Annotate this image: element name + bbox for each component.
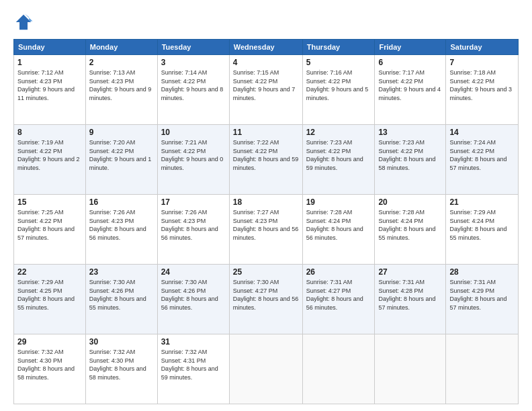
day-info: Sunrise: 7:32 AMSunset: 4:30 PMDaylight:… (17, 349, 75, 381)
calendar-cell (375, 334, 446, 404)
day-number: 8 (17, 128, 82, 137)
day-number: 20 (378, 197, 442, 207)
day-number: 4 (233, 58, 299, 67)
day-number: 9 (89, 128, 154, 137)
day-info: Sunrise: 7:22 AMSunset: 4:22 PMDaylight:… (233, 139, 299, 171)
svg-marker-0 (16, 15, 32, 30)
calendar-cell: 5 Sunrise: 7:16 AMSunset: 4:22 PMDayligh… (302, 55, 375, 125)
calendar-cell: 6 Sunrise: 7:17 AMSunset: 4:22 PMDayligh… (375, 55, 446, 125)
calendar-cell (229, 334, 302, 404)
day-info: Sunrise: 7:29 AMSunset: 4:24 PMDaylight:… (449, 209, 506, 241)
page: SundayMondayTuesdayWednesdayThursdayFrid… (0, 0, 532, 411)
calendar-cell: 27 Sunrise: 7:31 AMSunset: 4:28 PMDaylig… (375, 265, 446, 334)
day-number: 3 (161, 58, 226, 67)
day-info: Sunrise: 7:24 AMSunset: 4:22 PMDaylight:… (449, 139, 506, 171)
header (13, 12, 519, 32)
day-number: 11 (233, 128, 299, 137)
day-number: 24 (161, 267, 226, 277)
day-number: 7 (449, 58, 515, 67)
calendar-header-monday: Monday (85, 40, 157, 55)
calendar-cell: 21 Sunrise: 7:29 AMSunset: 4:24 PMDaylig… (446, 195, 519, 265)
calendar-cell: 17 Sunrise: 7:26 AMSunset: 4:23 PMDaylig… (157, 195, 229, 265)
day-info: Sunrise: 7:30 AMSunset: 4:27 PMDaylight:… (233, 279, 299, 311)
calendar-cell: 29 Sunrise: 7:32 AMSunset: 4:30 PMDaylig… (14, 334, 86, 404)
calendar-cell (446, 334, 519, 404)
calendar-cell (302, 334, 375, 404)
day-info: Sunrise: 7:18 AMSunset: 4:22 PMDaylight:… (449, 69, 512, 101)
day-info: Sunrise: 7:31 AMSunset: 4:28 PMDaylight:… (378, 279, 435, 311)
day-number: 28 (449, 267, 515, 277)
logo-icon (13, 12, 34, 32)
day-number: 27 (378, 267, 442, 277)
day-number: 21 (449, 197, 515, 207)
calendar-cell: 3 Sunrise: 7:14 AMSunset: 4:22 PMDayligh… (157, 55, 229, 125)
calendar-cell: 7 Sunrise: 7:18 AMSunset: 4:22 PMDayligh… (446, 55, 519, 125)
day-info: Sunrise: 7:20 AMSunset: 4:22 PMDaylight:… (89, 139, 152, 171)
day-info: Sunrise: 7:17 AMSunset: 4:22 PMDaylight:… (378, 69, 441, 101)
day-info: Sunrise: 7:30 AMSunset: 4:26 PMDaylight:… (161, 279, 218, 311)
calendar-week-row: 8 Sunrise: 7:19 AMSunset: 4:22 PMDayligh… (14, 125, 519, 195)
day-info: Sunrise: 7:23 AMSunset: 4:22 PMDaylight:… (306, 139, 363, 171)
day-info: Sunrise: 7:27 AMSunset: 4:23 PMDaylight:… (233, 209, 299, 241)
day-info: Sunrise: 7:14 AMSunset: 4:22 PMDaylight:… (161, 69, 224, 101)
day-info: Sunrise: 7:28 AMSunset: 4:24 PMDaylight:… (378, 209, 435, 241)
calendar-cell: 23 Sunrise: 7:30 AMSunset: 4:26 PMDaylig… (85, 265, 157, 334)
calendar-week-row: 29 Sunrise: 7:32 AMSunset: 4:30 PMDaylig… (14, 334, 519, 404)
day-info: Sunrise: 7:16 AMSunset: 4:22 PMDaylight:… (306, 69, 369, 101)
calendar-cell: 10 Sunrise: 7:21 AMSunset: 4:22 PMDaylig… (157, 125, 229, 195)
day-info: Sunrise: 7:26 AMSunset: 4:23 PMDaylight:… (89, 209, 146, 241)
calendar-cell: 28 Sunrise: 7:31 AMSunset: 4:29 PMDaylig… (446, 265, 519, 334)
calendar-cell: 26 Sunrise: 7:31 AMSunset: 4:27 PMDaylig… (302, 265, 375, 334)
day-info: Sunrise: 7:12 AMSunset: 4:23 PMDaylight:… (17, 69, 75, 101)
calendar-cell: 8 Sunrise: 7:19 AMSunset: 4:22 PMDayligh… (14, 125, 86, 195)
day-number: 6 (378, 58, 442, 67)
calendar-cell: 2 Sunrise: 7:13 AMSunset: 4:23 PMDayligh… (85, 55, 157, 125)
day-number: 31 (161, 337, 226, 347)
logo (13, 12, 36, 32)
day-number: 16 (89, 197, 154, 207)
calendar-cell: 1 Sunrise: 7:12 AMSunset: 4:23 PMDayligh… (14, 55, 86, 125)
calendar-cell: 11 Sunrise: 7:22 AMSunset: 4:22 PMDaylig… (229, 125, 302, 195)
day-info: Sunrise: 7:31 AMSunset: 4:29 PMDaylight:… (449, 279, 506, 311)
day-number: 23 (89, 267, 154, 277)
day-info: Sunrise: 7:30 AMSunset: 4:26 PMDaylight:… (89, 279, 146, 311)
calendar-cell: 4 Sunrise: 7:15 AMSunset: 4:22 PMDayligh… (229, 55, 302, 125)
calendar-header-friday: Friday (375, 40, 446, 55)
calendar-header-row: SundayMondayTuesdayWednesdayThursdayFrid… (14, 40, 519, 55)
calendar-cell: 14 Sunrise: 7:24 AMSunset: 4:22 PMDaylig… (446, 125, 519, 195)
day-info: Sunrise: 7:23 AMSunset: 4:22 PMDaylight:… (378, 139, 435, 171)
day-number: 25 (233, 267, 299, 277)
day-number: 15 (17, 197, 82, 207)
calendar-cell: 22 Sunrise: 7:29 AMSunset: 4:25 PMDaylig… (14, 265, 86, 334)
calendar-cell: 13 Sunrise: 7:23 AMSunset: 4:22 PMDaylig… (375, 125, 446, 195)
day-number: 1 (17, 58, 82, 67)
day-number: 19 (306, 197, 371, 207)
calendar-cell: 30 Sunrise: 7:32 AMSunset: 4:30 PMDaylig… (85, 334, 157, 404)
day-number: 29 (17, 337, 82, 347)
calendar-cell: 15 Sunrise: 7:25 AMSunset: 4:22 PMDaylig… (14, 195, 86, 265)
calendar-table: SundayMondayTuesdayWednesdayThursdayFrid… (13, 39, 519, 404)
calendar-week-row: 15 Sunrise: 7:25 AMSunset: 4:22 PMDaylig… (14, 195, 519, 265)
day-number: 2 (89, 58, 154, 67)
calendar-cell: 24 Sunrise: 7:30 AMSunset: 4:26 PMDaylig… (157, 265, 229, 334)
day-number: 14 (449, 128, 515, 137)
day-info: Sunrise: 7:32 AMSunset: 4:31 PMDaylight:… (161, 349, 218, 381)
day-number: 18 (233, 197, 299, 207)
day-number: 5 (306, 58, 371, 67)
day-info: Sunrise: 7:28 AMSunset: 4:24 PMDaylight:… (306, 209, 363, 241)
day-info: Sunrise: 7:15 AMSunset: 4:22 PMDaylight:… (233, 69, 296, 101)
day-info: Sunrise: 7:26 AMSunset: 4:23 PMDaylight:… (161, 209, 218, 241)
calendar-cell: 18 Sunrise: 7:27 AMSunset: 4:23 PMDaylig… (229, 195, 302, 265)
day-number: 13 (378, 128, 442, 137)
calendar-cell: 25 Sunrise: 7:30 AMSunset: 4:27 PMDaylig… (229, 265, 302, 334)
calendar-header-wednesday: Wednesday (229, 40, 302, 55)
calendar-header-sunday: Sunday (14, 40, 86, 55)
calendar-week-row: 1 Sunrise: 7:12 AMSunset: 4:23 PMDayligh… (14, 55, 519, 125)
calendar-header-saturday: Saturday (446, 40, 519, 55)
calendar-week-row: 22 Sunrise: 7:29 AMSunset: 4:25 PMDaylig… (14, 265, 519, 334)
day-number: 10 (161, 128, 226, 137)
day-number: 22 (17, 267, 82, 277)
day-info: Sunrise: 7:13 AMSunset: 4:23 PMDaylight:… (89, 69, 152, 101)
day-info: Sunrise: 7:32 AMSunset: 4:30 PMDaylight:… (89, 349, 146, 381)
day-info: Sunrise: 7:25 AMSunset: 4:22 PMDaylight:… (17, 209, 75, 241)
